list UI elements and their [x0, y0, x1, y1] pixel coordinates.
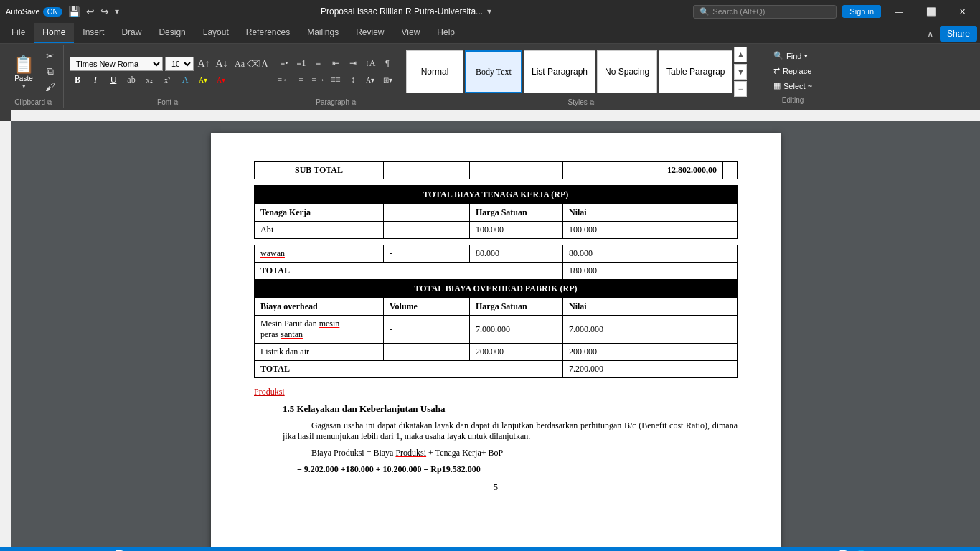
title-bar-left: AutoSave ON 💾 ↩ ↪ ▾ — [6, 6, 119, 17]
style-table-paragraph-btn[interactable]: Table Paragrap — [659, 50, 732, 93]
borders-btn[interactable]: ⊞▾ — [380, 73, 395, 88]
italic-button[interactable]: I — [88, 72, 103, 87]
style-normal-btn[interactable]: Normal — [406, 50, 463, 93]
font-controls: Times New Roma 10,5 A↑ A↓ Aa ⌫A B I U ab… — [70, 57, 265, 87]
tk-row-abi: Abi - 100.000 100.000 — [255, 222, 738, 239]
font-size-select[interactable]: 10,5 — [165, 57, 194, 71]
filename-label: Proposal Issac Rillian R Putra-Universit… — [321, 6, 483, 17]
tab-review[interactable]: Review — [347, 23, 392, 43]
cut-button[interactable]: ✂ — [42, 49, 59, 63]
paragraph-marks-btn[interactable]: ¶ — [380, 57, 395, 71]
decrease-font-btn[interactable]: A↓ — [214, 57, 230, 71]
feasibility-paragraph: Gagasan usaha ini dapat dikatakan layak … — [283, 420, 738, 442]
ribbon-collapse-icon[interactable]: ∧ — [921, 26, 940, 43]
search-title-icon: 🔍 — [699, 7, 710, 17]
tab-draw[interactable]: Draw — [113, 23, 150, 43]
maximize-btn[interactable]: ⬜ — [918, 0, 945, 23]
tab-layout[interactable]: Layout — [194, 23, 237, 43]
font-label: Font ⧉ — [70, 98, 265, 107]
select-button[interactable]: ▦ Select ~ — [769, 80, 816, 92]
font-color-btn[interactable]: A▾ — [213, 72, 229, 87]
autosave-label: AutoSave — [6, 7, 40, 16]
shading-btn[interactable]: A▾ — [362, 73, 378, 88]
title-search-box[interactable]: 🔍 Search (Alt+Q) — [693, 5, 837, 19]
oh-row-mesin: Mesin Parut dan mesinperas santan - 7.00… — [255, 316, 738, 344]
dropdown-filename-icon[interactable]: ▾ — [487, 6, 491, 17]
oh-total-row: TOTAL 7.200.000 — [255, 361, 738, 378]
clipboard-content: 📋 Paste ▾ ✂ ⧉ 🖌 — [7, 47, 59, 97]
superscript-btn[interactable]: x² — [159, 72, 175, 87]
clipboard-small-btns: ✂ ⧉ 🖌 — [42, 49, 59, 95]
wawan-row: wawan - 80.000 80.000 — [255, 245, 738, 263]
increase-indent-btn[interactable]: ⇥ — [345, 57, 361, 71]
find-button[interactable]: 🔍 Find ▾ — [769, 50, 816, 62]
doc-page[interactable]: SUB TOTAL 12.802.000,00 TOTAL BIAYA TENA… — [211, 133, 781, 547]
clipboard-group: 📋 Paste ▾ ✂ ⧉ 🖌 Clipboard ⧉ — [3, 45, 64, 108]
bold-button[interactable]: B — [70, 72, 85, 87]
style-body-text-btn[interactable]: Body Text — [465, 50, 522, 93]
redo-icon[interactable]: ↪ — [100, 6, 109, 17]
sort-btn[interactable]: ↕A — [362, 57, 378, 71]
tab-view[interactable]: View — [393, 23, 429, 43]
decrease-indent-btn[interactable]: ⇤ — [328, 57, 344, 71]
oh-mesin-harga: 7.000.000 — [470, 316, 563, 344]
total-tk-value: 180.000 — [563, 263, 738, 280]
total-tk-label: TOTAL — [255, 263, 563, 280]
align-left-btn[interactable]: ≡← — [276, 73, 292, 88]
styles-scroll-up[interactable]: ▲ — [734, 47, 747, 62]
tab-insert[interactable]: Insert — [74, 23, 113, 43]
styles-scroll-down[interactable]: ▼ — [734, 64, 747, 80]
format-painter-button[interactable]: 🖌 — [42, 80, 59, 95]
increase-font-btn[interactable]: A↑ — [196, 57, 212, 71]
tab-mailings[interactable]: Mailings — [298, 23, 347, 43]
save-icon[interactable]: 💾 — [68, 6, 80, 17]
styles-expand[interactable]: ≡ — [734, 81, 747, 97]
close-btn[interactable]: ✕ — [951, 0, 974, 23]
tab-home[interactable]: Home — [34, 23, 74, 43]
oh-header-2: Harga Satuan — [470, 298, 563, 316]
underline-button[interactable]: U — [105, 72, 121, 87]
font-row-1: Times New Roma 10,5 A↑ A↓ Aa ⌫A — [70, 57, 265, 71]
share-btn[interactable]: Share — [940, 26, 977, 42]
align-center-btn[interactable]: ≡ — [293, 73, 309, 88]
formula-line1: Biaya Produksi = Biaya Produksi + Tenaga… — [283, 448, 738, 458]
tab-design[interactable]: Design — [150, 23, 194, 43]
sub-total-pipe — [723, 162, 738, 179]
paragraph-group: ≡• ≡1 ≡ ⇤ ⇥ ↕A ¶ ≡← ≡ ≡→ ≡≡ ↕ A▾ ⊞▾ — [272, 45, 400, 108]
clear-format-btn[interactable]: ⌫A — [250, 57, 265, 71]
wawan-name: wawan — [255, 245, 384, 263]
align-right-btn[interactable]: ≡→ — [311, 73, 326, 88]
numbering-btn[interactable]: ≡1 — [293, 57, 309, 71]
overhead-title-row: TOTAL BIAYA OVERHEAD PABRIK (RP) — [255, 280, 738, 298]
copy-button[interactable]: ⧉ — [42, 65, 59, 79]
justify-btn[interactable]: ≡≡ — [328, 73, 344, 88]
wawan-col2: - — [384, 245, 470, 263]
font-name-select[interactable]: Times New Roma — [70, 57, 163, 71]
strikethrough-btn[interactable]: ab — [123, 72, 139, 87]
text-effects-btn[interactable]: A — [177, 72, 193, 87]
bullets-btn[interactable]: ≡• — [276, 57, 292, 71]
minimize-btn[interactable]: — — [887, 0, 912, 23]
subscript-btn[interactable]: x₂ — [141, 72, 157, 87]
highlight-btn[interactable]: A▾ — [195, 72, 211, 87]
overhead-header-row: Biaya overhead Volume Harga Satuan Nilai — [255, 298, 738, 316]
signin-button[interactable]: Sign in — [842, 5, 881, 18]
multilevel-btn[interactable]: ≡ — [311, 57, 326, 71]
change-case-btn[interactable]: Aa — [232, 57, 248, 71]
style-list-paragraph-btn[interactable]: List Paragraph — [524, 50, 595, 93]
tab-references[interactable]: References — [237, 23, 298, 43]
paste-button[interactable]: 📋 Paste ▾ — [7, 52, 40, 93]
tab-help[interactable]: Help — [428, 23, 463, 43]
sub-total-row: SUB TOTAL 12.802.000,00 — [255, 162, 738, 179]
style-no-spacing-btn[interactable]: No Spacing — [597, 50, 657, 93]
ribbon-content: 📋 Paste ▾ ✂ ⧉ 🖌 Clipboard ⧉ Times New Ro… — [0, 44, 980, 110]
tk-header-1 — [384, 204, 470, 222]
replace-button[interactable]: ⇄ Replace — [769, 65, 816, 77]
undo-icon[interactable]: ↩ — [86, 6, 95, 17]
tab-file[interactable]: File — [3, 23, 34, 43]
autosave-toggle[interactable]: AutoSave ON — [6, 7, 62, 17]
autosave-state[interactable]: ON — [43, 7, 62, 17]
doc-scroll[interactable]: SUB TOTAL 12.802.000,00 TOTAL BIAYA TENA… — [11, 121, 980, 547]
horizontal-ruler — [11, 110, 980, 121]
line-spacing-btn[interactable]: ↕ — [345, 73, 361, 88]
